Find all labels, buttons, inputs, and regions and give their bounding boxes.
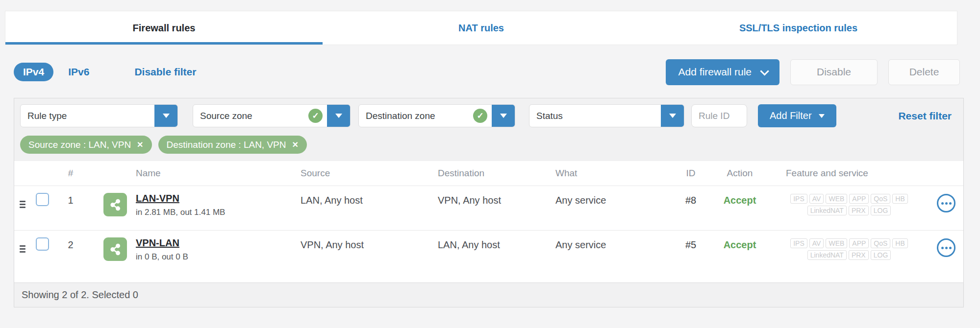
- add-filter-button[interactable]: Add Filter: [758, 104, 836, 127]
- share-network-icon: [103, 193, 127, 216]
- source-zone-dropdown[interactable]: Source zone ✓: [193, 104, 351, 127]
- caret-down-icon: [500, 114, 507, 118]
- filter-chip-destination-zone: Destination zone : LAN, VPN ✕: [158, 136, 307, 154]
- column-header-name: Name: [88, 168, 294, 179]
- close-icon[interactable]: ✕: [292, 140, 298, 149]
- feature-badges: IPSAVWEBAPPQoSHB LinkedNATPRXLOG: [769, 231, 929, 275]
- reset-filter-link[interactable]: Reset filter: [898, 110, 952, 122]
- badge-line: LinkedNATPRXLOG: [769, 205, 929, 216]
- filter-chip-label: Destination zone : LAN, VPN: [167, 140, 286, 150]
- table-footer-status: Showing 2 of 2. Selected 0: [14, 282, 963, 307]
- caret-down-icon: [819, 114, 825, 118]
- disable-filter-link[interactable]: Disable filter: [134, 66, 196, 78]
- row-checkbox[interactable]: [36, 237, 49, 251]
- badge-hb: HB: [892, 238, 907, 248]
- table-header: # Name Source Destination What ID Action…: [14, 161, 963, 186]
- badge-web: WEB: [826, 194, 847, 204]
- rule-name-block: LAN-VPN in 2.81 MB, out 1.41 MB: [136, 193, 225, 230]
- close-icon[interactable]: ✕: [137, 140, 143, 149]
- rule-type-dropdown-button[interactable]: [154, 104, 177, 127]
- feature-badges: IPSAVWEBAPPQoSHB LinkedNATPRXLOG: [769, 186, 929, 230]
- row-number: 2: [53, 231, 88, 275]
- badge-prx: PRX: [849, 250, 869, 260]
- ipv4-toggle[interactable]: IPv4: [14, 63, 53, 81]
- rule-id-cell: #8: [671, 186, 710, 230]
- chevron-down-icon: [760, 67, 769, 75]
- caret-down-icon: [335, 114, 342, 118]
- source-cell: VPN, Any host: [294, 231, 431, 275]
- tab-nat-rules[interactable]: NAT rules: [323, 11, 640, 45]
- badge-app: APP: [849, 194, 869, 204]
- destination-zone-dropdown-label: Destination zone: [359, 111, 473, 121]
- destination-zone-dropdown-button[interactable]: [492, 104, 515, 127]
- rule-name-block: VPN-LAN in 0 B, out 0 B: [136, 237, 188, 275]
- badge-linkednat: LinkedNAT: [807, 250, 847, 260]
- badge-line: IPSAVWEBAPPQoSHB: [769, 193, 929, 205]
- rule-id-input[interactable]: [691, 104, 747, 127]
- tab-ssl-tls-inspection-rules[interactable]: SSL/TLS inspection rules: [640, 11, 957, 45]
- rule-traffic-stats: in 0 B, out 0 B: [136, 252, 188, 262]
- status-dropdown-button[interactable]: [661, 104, 684, 127]
- rule-name-link[interactable]: LAN-VPN: [136, 193, 225, 204]
- more-cell: [929, 186, 963, 230]
- more-cell: [929, 231, 963, 275]
- drag-handle[interactable]: [14, 186, 31, 230]
- rule-traffic-stats: in 2.81 MB, out 1.41 MB: [136, 208, 225, 217]
- row-menu-button[interactable]: [937, 238, 955, 257]
- source-cell: LAN, Any host: [294, 186, 431, 230]
- badge-app: APP: [849, 238, 869, 248]
- rules-tab-bar: Firewall rules NAT rules SSL/TLS inspect…: [5, 11, 957, 45]
- what-cell: Any service: [549, 231, 671, 275]
- tab-firewall-rules[interactable]: Firewall rules: [5, 11, 323, 45]
- badge-line: LinkedNATPRXLOG: [769, 249, 929, 261]
- column-header-what: What: [549, 168, 671, 179]
- column-header-destination: Destination: [431, 168, 549, 179]
- column-header-num: #: [53, 168, 88, 179]
- what-cell: Any service: [549, 186, 671, 230]
- badge-line: IPSAVWEBAPPQoSHB: [769, 237, 929, 249]
- checkbox-cell: [31, 231, 53, 275]
- share-network-icon: [103, 237, 127, 261]
- filter-chip-label: Source zone : LAN, VPN: [28, 140, 131, 150]
- rule-type-dropdown[interactable]: Rule type: [20, 104, 178, 127]
- add-filter-label: Add Filter: [770, 110, 812, 121]
- name-cell: VPN-LAN in 0 B, out 0 B: [88, 231, 294, 275]
- rule-name-link[interactable]: VPN-LAN: [136, 237, 188, 249]
- action-cell: Accept: [710, 186, 769, 230]
- table-row: 1 LAN-VPN in 2.81 MB, out 1.41 MB LAN, A…: [14, 186, 963, 230]
- badge-av: AV: [809, 194, 824, 204]
- badge-ips: IPS: [790, 194, 807, 204]
- rule-type-dropdown-label: Rule type: [21, 111, 154, 121]
- row-number: 1: [53, 186, 88, 230]
- badge-log: LOG: [871, 206, 891, 215]
- add-firewall-rule-button[interactable]: Add firewall rule: [666, 59, 779, 85]
- badge-prx: PRX: [849, 206, 869, 215]
- badge-web: WEB: [826, 238, 847, 248]
- rule-id-cell: #5: [671, 231, 710, 275]
- badge-linkednat: LinkedNAT: [807, 206, 847, 215]
- column-header-action: Action: [710, 168, 769, 179]
- badge-qos: QoS: [871, 194, 890, 204]
- name-cell: LAN-VPN in 2.81 MB, out 1.41 MB: [88, 186, 294, 230]
- status-dropdown-label: Status: [529, 111, 661, 121]
- destination-cell: VPN, Any host: [431, 186, 549, 230]
- check-circle-icon: ✓: [308, 109, 323, 123]
- ipv6-toggle[interactable]: IPv6: [68, 66, 89, 78]
- disable-button[interactable]: Disable: [790, 59, 878, 85]
- filter-dropdown-row: Rule type Source zone ✓ Destination zone…: [20, 104, 957, 127]
- caret-down-icon: [163, 114, 170, 118]
- destination-cell: LAN, Any host: [431, 231, 549, 275]
- toolbar: IPv4 IPv6 Disable filter Add firewall ru…: [14, 59, 960, 85]
- row-checkbox[interactable]: [36, 193, 49, 206]
- caret-down-icon: [669, 114, 676, 118]
- table-row: 2 VPN-LAN in 0 B, out 0 B VPN, Any host …: [14, 230, 963, 275]
- drag-handle[interactable]: [14, 231, 31, 275]
- action-cell: Accept: [710, 231, 769, 275]
- destination-zone-dropdown[interactable]: Destination zone ✓: [358, 104, 515, 127]
- source-zone-dropdown-button[interactable]: [327, 104, 350, 127]
- filter-bar: Rule type Source zone ✓ Destination zone…: [14, 98, 963, 161]
- row-menu-button[interactable]: [937, 194, 955, 212]
- delete-button[interactable]: Delete: [888, 59, 960, 85]
- column-header-feature: Feature and service: [769, 168, 929, 179]
- status-dropdown[interactable]: Status: [529, 104, 684, 127]
